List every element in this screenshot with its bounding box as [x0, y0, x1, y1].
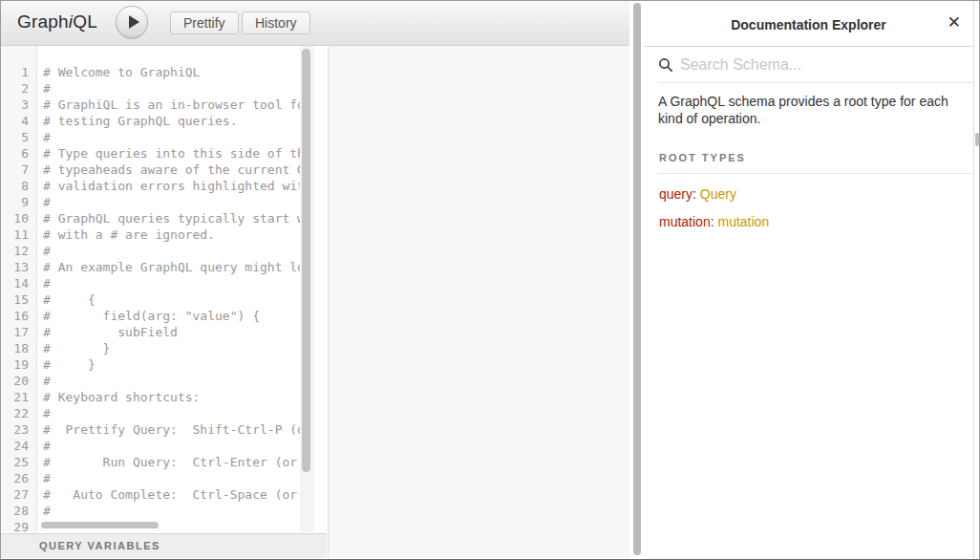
line-number: 28 [1, 503, 29, 519]
code-line: # GraphQL queries typically start w [43, 210, 300, 226]
line-number: 7 [1, 162, 29, 178]
main-scrollbar[interactable] [633, 3, 641, 555]
doc-right-strip [974, 2, 978, 558]
line-numbers: 1234567891011121314151617181920212223242… [1, 64, 29, 535]
close-icon[interactable]: ✕ [948, 13, 961, 32]
search-schema-input[interactable] [680, 56, 973, 74]
root-type-row: mutation: mutation [659, 214, 973, 229]
code-line: # [43, 194, 300, 210]
line-number: 18 [1, 340, 29, 356]
line-number: 15 [1, 291, 29, 308]
code-line: # with a # are ignored. [43, 226, 300, 243]
code-line: # [43, 470, 300, 486]
search-icon [658, 57, 673, 73]
root-types-list: query: Query mutation: mutation [644, 186, 973, 229]
root-type-separator: : [692, 186, 700, 202]
code-line: # } [43, 340, 300, 356]
code-line: # } [43, 356, 300, 373]
code-line: # { [43, 291, 300, 308]
root-type-name[interactable]: Query [700, 186, 736, 202]
line-number: 26 [1, 470, 29, 486]
root-type-field[interactable]: mutation [659, 214, 711, 229]
code-line: # validation errors highlighted wit [43, 178, 300, 194]
code-line: # [43, 129, 300, 145]
root-type-field[interactable]: query [659, 186, 692, 202]
editor-vertical-scrollbar[interactable] [302, 49, 310, 472]
history-button[interactable]: History [242, 11, 310, 34]
code-line: # field(arg: "value") { [43, 308, 300, 324]
schema-search[interactable] [658, 47, 973, 83]
logo-graph: Graph [17, 11, 69, 32]
line-number: 2 [1, 80, 29, 97]
code-line: # Prettify Query: Shift-Ctrl-P (o [43, 421, 300, 438]
code-line: # Auto Complete: Ctrl-Space (or [43, 486, 300, 503]
query-editor[interactable]: # Welcome to GraphiQL## GraphiQL is an i… [43, 64, 300, 536]
graphiql-window: GraphiQL Prettify History 12345678910111… [0, 0, 980, 560]
line-number: 25 [1, 454, 29, 470]
code-line: # typeaheads aware of the current G [43, 162, 300, 178]
root-types-divider [658, 173, 973, 174]
line-number: 14 [1, 275, 29, 291]
query-variables-label: QUERY VARIABLES [39, 540, 160, 551]
line-number: 12 [1, 243, 29, 259]
line-number: 10 [1, 210, 29, 226]
code-line: # Keyboard shortcuts: [43, 389, 300, 405]
main-scrollbar-track [629, 2, 644, 558]
line-number: 3 [1, 97, 29, 113]
root-type-name[interactable]: mutation [717, 214, 769, 229]
code-line: # Welcome to GraphiQL [43, 64, 300, 80]
execute-query-button[interactable] [116, 6, 148, 38]
line-number: 13 [1, 259, 29, 275]
toolbar: GraphiQL Prettify History [1, 1, 629, 46]
line-number: 16 [1, 308, 29, 324]
line-number: 17 [1, 324, 29, 340]
code-line: # Type queries into this side of th [43, 145, 300, 162]
query-variables-bar[interactable]: QUERY VARIABLES [1, 533, 327, 558]
code-line: # Run Query: Ctrl-Enter (or [43, 454, 300, 470]
doc-scrollbar[interactable] [975, 133, 979, 146]
doc-explorer-header: Documentation Explorer ✕ [644, 2, 973, 47]
code-line: # [43, 503, 300, 519]
line-number: 8 [1, 178, 29, 194]
line-number: 23 [1, 421, 29, 438]
code-line: # [43, 275, 300, 291]
line-number: 4 [1, 113, 29, 129]
play-icon [129, 15, 139, 29]
line-number: 21 [1, 389, 29, 405]
line-number: 6 [1, 145, 29, 162]
doc-explorer-title: Documentation Explorer [644, 17, 973, 32]
prettify-button[interactable]: Prettify [170, 11, 239, 34]
line-number: 11 [1, 226, 29, 243]
code-line: # [43, 405, 300, 421]
line-number: 27 [1, 486, 29, 503]
root-types-heading: ROOT TYPES [659, 152, 973, 163]
line-number: 5 [1, 129, 29, 145]
line-number: 22 [1, 405, 29, 421]
result-pane [328, 46, 629, 558]
code-line: # subField [43, 324, 300, 340]
line-number-gutter: 1234567891011121314151617181920212223242… [1, 46, 37, 532]
code-line: # [43, 438, 300, 454]
code-line: # [43, 373, 300, 389]
line-number: 9 [1, 194, 29, 210]
root-type-row: query: Query [659, 186, 973, 202]
code-line: # An example GraphQL query might lo [43, 259, 300, 275]
logo-ql: QL [73, 11, 97, 32]
graphiql-logo: GraphiQL [17, 11, 97, 32]
code-line: # GraphiQL is an in-browser tool fo [43, 97, 300, 113]
code-line: # [43, 80, 300, 97]
editor-horizontal-scrollbar[interactable] [41, 522, 159, 528]
code-line: # [43, 243, 300, 259]
code-line: # testing GraphQL queries. [43, 113, 300, 129]
line-number: 19 [1, 356, 29, 373]
line-number: 1 [1, 64, 29, 80]
documentation-explorer: Documentation Explorer ✕ A GraphQL schem… [644, 2, 974, 558]
line-number: 20 [1, 373, 29, 389]
query-editor-pane: 1234567891011121314151617181920212223242… [1, 46, 327, 558]
line-number: 24 [1, 438, 29, 454]
schema-intro-text: A GraphQL schema provides a root type fo… [658, 93, 962, 127]
